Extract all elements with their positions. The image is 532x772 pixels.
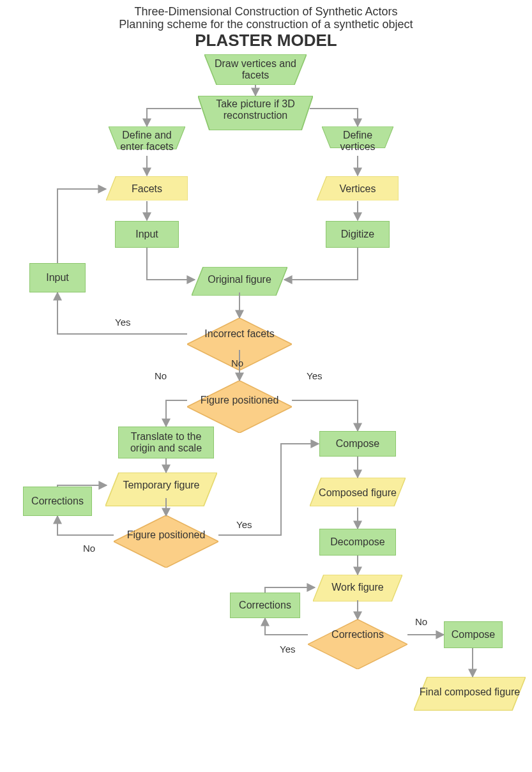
node-label: Final composed figure [420,686,520,698]
node-corr1: Corrections [23,487,92,516]
node-inputside: Input [29,263,86,292]
node-label: Original figure [208,274,271,285]
node-label: Define vertices [324,130,391,153]
node-compose1: Compose [319,431,396,457]
node-label: Incorrect facets [204,328,274,340]
node-temp: Temporary figure [105,473,217,498]
node-digitize: Digitize [326,221,390,248]
node-label: Compose [452,629,495,640]
node-figpos2: Figure positioned [114,515,218,555]
label-no: No [83,543,95,554]
node-label: Corrections [331,629,384,640]
node-label: Figure positioned [201,395,279,406]
node-label: Draw vertices and facets [207,58,304,82]
node-decomp: Decompose [319,529,396,556]
label-yes: Yes [280,644,295,655]
node-label: Vertices [340,183,376,195]
node-label: Input [46,272,69,284]
label-no: No [415,616,427,627]
node-draw: Draw vertices and facets [204,54,307,85]
node-translate: Translate to the origin and scale [118,427,214,458]
node-label: Figure positioned [127,529,206,541]
node-label: Digitize [341,229,374,240]
node-vertices: Vertices [317,176,399,202]
node-compose2: Compose [444,621,503,648]
node-defvert: Define vertices [322,126,393,156]
node-corr2: Corrections [230,593,300,618]
node-label: Temporary figure [123,480,199,491]
node-label: Translate to the origin and scale [121,431,211,455]
node-final: Final composed figure [414,677,526,708]
node-label: Decompose [330,536,384,548]
node-label: Composed figure [319,487,397,499]
node-label: Corrections [31,496,84,507]
label-yes: Yes [236,519,252,530]
node-corrdec: Corrections [308,619,407,650]
node-incfac: Incorrect facets [187,318,292,350]
node-input1: Input [115,221,179,248]
node-work: Work figure [313,575,402,600]
node-orig: Original figure [192,267,287,292]
label-yes: Yes [307,370,322,381]
label-no: No [155,370,167,381]
node-facets: Facets [106,176,188,202]
node-take: Take picture if 3D reconstruction [198,96,313,124]
label-no: No [231,358,243,368]
node-label: Facets [132,183,162,195]
label-yes: Yes [115,317,130,328]
node-deffacets: Define and enter facets [109,126,185,156]
node-figpos1: Figure positioned [187,381,292,420]
node-label: Compose [336,438,379,450]
node-label: Take picture if 3D reconstruction [201,98,310,122]
node-compfig: Composed figure [310,478,406,508]
node-label: Work figure [331,582,384,593]
node-label: Define and enter facets [111,130,183,153]
node-label: Input [135,229,158,240]
node-label: Corrections [239,600,291,611]
